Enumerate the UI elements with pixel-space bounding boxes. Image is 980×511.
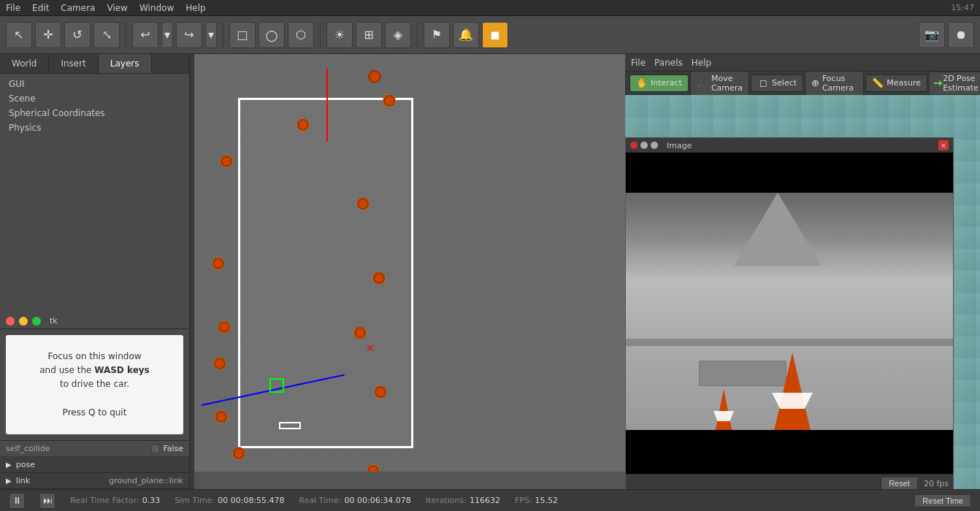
- instruction-box: Focus on this window and use the WASD ke…: [6, 335, 183, 434]
- world-item-scene[interactable]: Scene: [3, 91, 186, 106]
- tool-screenshot[interactable]: 📷: [919, 22, 945, 48]
- red-line-vertical: [326, 69, 328, 142]
- rviz-interact-btn[interactable]: ✋ Interact: [629, 74, 689, 92]
- right-panel: File Panels Help ✋ Interact 🎥 Move Camer…: [625, 54, 980, 489]
- tab-insert[interactable]: Insert: [49, 54, 98, 73]
- clock: 15:47: [951, 3, 974, 12]
- self-collide-label: self_collide: [6, 444, 151, 453]
- rviz-toolbar: ✋ Interact 🎥 Move Camera ◻ Select ⊕ Focu…: [625, 72, 980, 95]
- tool-select[interactable]: ↖: [6, 22, 32, 48]
- black-bar-top: [626, 153, 953, 196]
- wc-min[interactable]: [19, 317, 28, 326]
- menu-file[interactable]: File: [6, 3, 20, 13]
- sep4: [417, 22, 418, 48]
- robot-dot-4: [356, 197, 370, 210]
- robot-dot-8: [353, 326, 367, 339]
- tab-layers[interactable]: Layers: [99, 54, 152, 73]
- green-marker: [269, 378, 284, 393]
- menu-camera[interactable]: Camera: [61, 3, 95, 13]
- tool-flag[interactable]: ⚑: [424, 22, 450, 48]
- menu-help[interactable]: Help: [185, 3, 205, 13]
- sep1: [126, 22, 126, 48]
- tool-sun[interactable]: ☀: [326, 22, 353, 48]
- center-panel: ✕: [194, 54, 625, 489]
- world-item-spherical[interactable]: Spherical Coordinates: [3, 106, 186, 120]
- world-item-physics[interactable]: Physics: [3, 120, 186, 135]
- pose-line-icon: [934, 82, 941, 84]
- properties-panel: self_collide False ▶ pose ▶ link ground_…: [0, 440, 189, 489]
- prop-link-section[interactable]: ▶ link ground_plane::link: [0, 473, 189, 489]
- fps-status: FPS: 15.52: [515, 496, 558, 505]
- world-item-gui[interactable]: GUI: [3, 77, 186, 91]
- interact-icon: ✋: [636, 77, 648, 89]
- instruction-line2: and use the WASD keys: [15, 364, 175, 377]
- robot-dot-9: [213, 357, 226, 370]
- rviz-menu-panels[interactable]: Panels: [654, 58, 683, 68]
- tool-box[interactable]: □: [229, 22, 256, 48]
- left-panel: World Insert Layers GUI Scene Spherical …: [0, 54, 190, 489]
- tool-sphere[interactable]: ○: [259, 22, 285, 48]
- tab-world[interactable]: World: [0, 54, 49, 73]
- prop-pose-section[interactable]: ▶ pose: [0, 457, 189, 473]
- instruction-line3: to drive the car.: [15, 377, 175, 391]
- fps-label: FPS:: [515, 496, 532, 505]
- image-window-label: Image: [667, 141, 692, 150]
- rviz-select-btn[interactable]: ◻ Select: [751, 74, 803, 92]
- reset-time-button[interactable]: Reset Time: [914, 494, 971, 507]
- real-time: Real Time: 00 00:06:34.078: [299, 496, 411, 505]
- image-window-close-btn[interactable]: ✕: [938, 140, 949, 150]
- pause-button[interactable]: ⏸: [9, 493, 25, 509]
- rviz-2d-pose-btn[interactable]: 2D Pose Estimate: [929, 72, 980, 95]
- move-camera-icon: 🎥: [697, 77, 708, 89]
- robot-dot-1: [296, 118, 310, 131]
- tool-rotate[interactable]: ↺: [64, 22, 91, 48]
- rviz-measure-btn[interactable]: 📏 Measure: [865, 74, 927, 92]
- cone-large-stripe: [772, 393, 813, 409]
- image-window: Image ✕: [625, 137, 954, 489]
- pause-icon: ⏸: [12, 495, 22, 506]
- rviz-focus-camera-btn[interactable]: ⊕ Focus Camera: [805, 71, 864, 96]
- camera-scene: [626, 153, 953, 474]
- window-controls: tk: [0, 313, 189, 329]
- right-content: Image ✕: [625, 95, 980, 489]
- rviz-menu-help[interactable]: Help: [692, 58, 711, 68]
- tool-scale[interactable]: ⤡: [93, 22, 120, 48]
- black-bar-bottom: [626, 430, 953, 474]
- left-panel-tabs: World Insert Layers: [0, 54, 189, 74]
- tool-active[interactable]: ◼: [482, 22, 508, 48]
- tool-redo[interactable]: ↪: [176, 22, 202, 48]
- rviz-menu-file[interactable]: File: [631, 58, 646, 68]
- robot-dot-10: [374, 385, 387, 399]
- map-view[interactable]: ✕: [194, 54, 625, 472]
- menu-edit[interactable]: Edit: [32, 3, 49, 13]
- redo-dropdown[interactable]: ▾: [205, 22, 217, 48]
- menu-window[interactable]: Window: [139, 3, 174, 13]
- tool-record[interactable]: ⏺: [948, 22, 974, 48]
- self-collide-checkbox[interactable]: [151, 445, 160, 453]
- left-panel-content: GUI Scene Spherical Coordinates Physics: [0, 74, 189, 313]
- menu-view[interactable]: View: [107, 3, 127, 13]
- fps-display: 20 fps: [924, 479, 949, 488]
- sim-time-value: 00 00:08:55.478: [218, 496, 284, 505]
- tool-move[interactable]: ✛: [35, 22, 61, 48]
- tool-grid[interactable]: ⊞: [356, 22, 382, 48]
- tool-cylinder[interactable]: ⬡: [288, 22, 314, 48]
- focus-camera-label: Focus Camera: [822, 74, 857, 93]
- img-win-max[interactable]: [651, 142, 658, 149]
- tool-undo[interactable]: ↩: [132, 22, 158, 48]
- wc-close[interactable]: [6, 317, 15, 326]
- wc-max[interactable]: [32, 317, 41, 326]
- step-button[interactable]: ⏭: [39, 493, 55, 509]
- img-win-min[interactable]: [640, 142, 648, 149]
- focus-camera-icon: ⊕: [811, 77, 819, 89]
- undo-dropdown[interactable]: ▾: [161, 22, 173, 48]
- tool-material[interactable]: ◈: [385, 22, 411, 48]
- cone-small-stripe: [713, 411, 734, 421]
- link-label: link: [16, 476, 30, 485]
- rviz-move-camera-btn[interactable]: 🎥 Move Camera: [690, 71, 749, 96]
- tool-bell[interactable]: 🔔: [453, 22, 479, 48]
- measure-icon: 📏: [872, 77, 884, 89]
- img-win-close[interactable]: [630, 142, 638, 149]
- sep2: [223, 22, 223, 48]
- reset-button[interactable]: Reset: [881, 477, 918, 489]
